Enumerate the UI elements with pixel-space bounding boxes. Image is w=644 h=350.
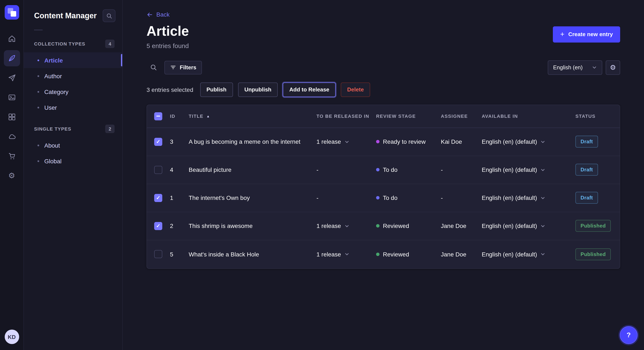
release-cell[interactable]: 1 release bbox=[316, 138, 376, 145]
table-row[interactable]: 1 The internet's Own boy - To do - Engli… bbox=[147, 184, 620, 212]
search-icon bbox=[150, 64, 157, 71]
view-settings-button[interactable]: ⚙ bbox=[606, 60, 620, 75]
status-cell: Draft bbox=[576, 136, 620, 148]
table-row[interactable]: 3 A bug is becoming a meme on the intern… bbox=[147, 128, 620, 156]
release-cell[interactable]: 1 release bbox=[316, 251, 376, 257]
locale-select[interactable]: English (en) bbox=[548, 60, 602, 75]
table-row[interactable]: 2 This shrimp is awesome 1 release Revie… bbox=[147, 212, 620, 240]
nav-settings-button[interactable]: ⚙ bbox=[4, 168, 20, 184]
row-checkbox[interactable] bbox=[154, 138, 162, 146]
row-select-cell bbox=[147, 138, 170, 146]
search-icon bbox=[106, 12, 112, 19]
bullet-icon bbox=[38, 144, 39, 146]
nav-content-type-builder-button[interactable] bbox=[4, 109, 20, 125]
filters-button[interactable]: Filters bbox=[164, 61, 202, 74]
release-cell[interactable]: 1 release bbox=[316, 222, 376, 229]
release-cell[interactable]: - bbox=[316, 194, 376, 201]
page-heading-block: Article 5 entries found bbox=[146, 24, 189, 49]
nav-media-library-button[interactable] bbox=[4, 89, 20, 105]
row-checkbox[interactable] bbox=[154, 222, 162, 230]
bullet-icon bbox=[38, 59, 39, 61]
user-avatar[interactable]: KD bbox=[4, 330, 19, 344]
home-icon bbox=[8, 34, 16, 43]
status-badge: Published bbox=[576, 220, 611, 232]
release-cell[interactable]: - bbox=[316, 166, 376, 173]
status-badge: Draft bbox=[576, 192, 598, 204]
help-button[interactable]: ? bbox=[620, 326, 638, 344]
sidebar-item-user[interactable]: User bbox=[24, 100, 122, 115]
row-checkbox[interactable] bbox=[154, 166, 162, 174]
bullet-icon bbox=[38, 107, 39, 108]
cloud-icon bbox=[8, 132, 16, 141]
locale-label: English (en) (default) bbox=[482, 222, 537, 229]
row-select-cell bbox=[147, 250, 170, 258]
search-entries-button[interactable] bbox=[146, 61, 160, 74]
header-id[interactable]: ID bbox=[170, 114, 189, 119]
app-window: ⚙ KD Content Manager COLLECTION TYPES 4 … bbox=[0, 0, 644, 350]
release-label: - bbox=[316, 166, 318, 173]
plus-icon: + bbox=[560, 31, 564, 38]
available-in-cell[interactable]: English (en) (default) bbox=[482, 222, 576, 229]
strapi-logo-icon[interactable] bbox=[4, 5, 19, 19]
table-row[interactable]: 4 Beautiful picture - To do - English (e… bbox=[147, 156, 620, 184]
entries-count-subtitle: 5 entries found bbox=[146, 42, 189, 49]
locale-label: English (en) (default) bbox=[482, 166, 537, 173]
assignee-cell: - bbox=[441, 166, 482, 173]
sort-ascending-icon: ▲ bbox=[206, 114, 210, 118]
sidebar-item-label: About bbox=[44, 142, 60, 149]
status-badge: Draft bbox=[576, 164, 598, 176]
table-row[interactable]: 5 What's inside a Black Hole 1 release R… bbox=[147, 240, 620, 268]
nav-marketplace-button[interactable] bbox=[4, 148, 20, 164]
create-new-entry-button[interactable]: + Create new entry bbox=[553, 26, 620, 42]
sidebar-item-global[interactable]: Global bbox=[24, 153, 122, 169]
stage-dot-icon bbox=[376, 252, 380, 256]
locale-label: English (en) (default) bbox=[482, 251, 537, 257]
sidebar-item-article[interactable]: Article bbox=[24, 52, 122, 68]
stage-label: To do bbox=[383, 194, 398, 201]
filters-button-label: Filters bbox=[180, 64, 196, 71]
available-in-cell[interactable]: English (en) (default) bbox=[482, 251, 576, 257]
row-checkbox[interactable] bbox=[154, 250, 162, 258]
title-cell: This shrimp is awesome bbox=[189, 222, 316, 229]
sidebar-item-author[interactable]: Author bbox=[24, 68, 122, 84]
available-in-cell[interactable]: English (en) (default) bbox=[482, 166, 576, 173]
id-cell: 4 bbox=[170, 166, 189, 173]
add-to-release-button[interactable]: Add to Release bbox=[283, 82, 336, 97]
header-title[interactable]: TITLE ▲ bbox=[189, 114, 316, 119]
nav-releases-button[interactable] bbox=[4, 70, 20, 86]
nav-home-button[interactable] bbox=[4, 31, 20, 47]
sidebar-item-label: Category bbox=[44, 88, 68, 95]
available-in-cell[interactable]: English (en) (default) bbox=[482, 194, 576, 201]
stage-dot-icon bbox=[376, 224, 380, 227]
id-cell: 2 bbox=[170, 222, 189, 229]
back-link-label[interactable]: Back bbox=[156, 11, 170, 18]
delete-button[interactable]: Delete bbox=[341, 82, 370, 97]
release-label: 1 release bbox=[316, 251, 341, 257]
row-select-cell bbox=[147, 166, 170, 174]
review-stage-cell: Reviewed bbox=[376, 251, 441, 257]
subnav-search-button[interactable] bbox=[103, 9, 116, 22]
chevron-down-icon bbox=[344, 252, 349, 256]
subnav-title: Content Manager bbox=[34, 11, 97, 20]
nav-cloud-button[interactable] bbox=[4, 128, 20, 145]
arrow-left-icon bbox=[146, 11, 153, 18]
nav-content-manager-button[interactable] bbox=[4, 50, 20, 66]
sidebar-item-about[interactable]: About bbox=[24, 137, 122, 153]
publish-button[interactable]: Publish bbox=[200, 82, 233, 97]
sidebar-item-category[interactable]: Category bbox=[24, 84, 122, 100]
assignee-cell: Jane Doe bbox=[441, 222, 482, 229]
question-mark-icon: ? bbox=[626, 331, 631, 339]
select-all-checkbox[interactable] bbox=[154, 112, 162, 120]
back-link[interactable]: Back bbox=[146, 11, 170, 18]
row-checkbox[interactable] bbox=[154, 194, 162, 202]
stage-label: Reviewed bbox=[383, 222, 409, 229]
unpublish-button[interactable]: Unpublish bbox=[238, 82, 278, 97]
header-status: STATUS bbox=[576, 114, 620, 119]
content-manager-subnav: Content Manager COLLECTION TYPES 4 Artic… bbox=[24, 0, 123, 350]
title-cell: The internet's Own boy bbox=[189, 194, 316, 201]
chevron-down-icon bbox=[540, 167, 545, 172]
status-cell: Draft bbox=[576, 164, 620, 176]
available-in-cell[interactable]: English (en) (default) bbox=[482, 138, 576, 145]
locale-select-value: English (en) bbox=[553, 64, 583, 71]
layout-grid-icon bbox=[8, 113, 16, 121]
